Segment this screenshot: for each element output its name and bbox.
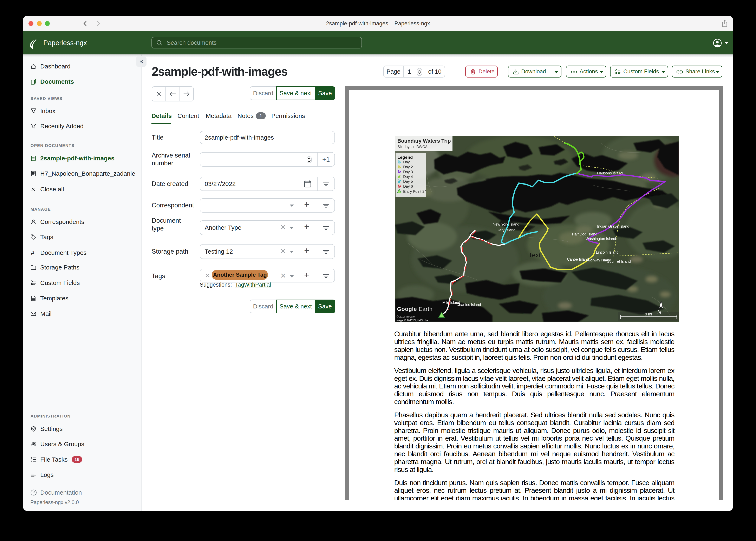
svg-text:Lincoln Island: Lincoln Island (596, 250, 619, 255)
svg-text:Day 4: Day 4 (403, 175, 413, 179)
svg-text:Legend: Legend (397, 155, 413, 160)
svg-text:Text: Text (529, 251, 541, 259)
svg-text:Day 5: Day 5 (403, 179, 413, 184)
svg-text:Washington Island: Washington Island (586, 237, 616, 241)
svg-text:N: N (657, 309, 661, 315)
svg-text:Six days in BWCA: Six days in BWCA (397, 145, 428, 149)
svg-text:3 mi: 3 mi (645, 312, 652, 316)
svg-text:Day 6: Day 6 (403, 184, 413, 189)
svg-text:Image © 2017 DigitalGlobe: Image © 2017 DigitalGlobe (396, 319, 428, 322)
svg-text:Hausons Island: Hausons Island (597, 171, 623, 175)
svg-text:© 2017 Google: © 2017 Google (397, 315, 415, 318)
svg-text:Half Dog Island: Half Dog Island (572, 232, 597, 236)
svg-text:Charlies Island: Charlies Island (456, 303, 481, 307)
svg-text:Entry Point 24: Entry Point 24 (403, 190, 426, 194)
svg-text:Gary Island: Gary Island (496, 228, 515, 232)
svg-text:Google Earth: Google Earth (397, 306, 432, 312)
svg-text:Day 1: Day 1 (403, 160, 413, 164)
svg-text:Day 3: Day 3 (403, 170, 413, 174)
svg-text:Canoe Island: Canoe Island (567, 257, 589, 262)
svg-text:Day 2: Day 2 (403, 165, 413, 169)
svg-text:Squirrel Island: Squirrel Island (607, 260, 631, 264)
svg-text:Boundary Waters Trip: Boundary Waters Trip (397, 138, 451, 144)
svg-text:New York Island: New York Island (493, 222, 519, 227)
svg-text:Indian Grave Island: Indian Grave Island (597, 224, 629, 229)
